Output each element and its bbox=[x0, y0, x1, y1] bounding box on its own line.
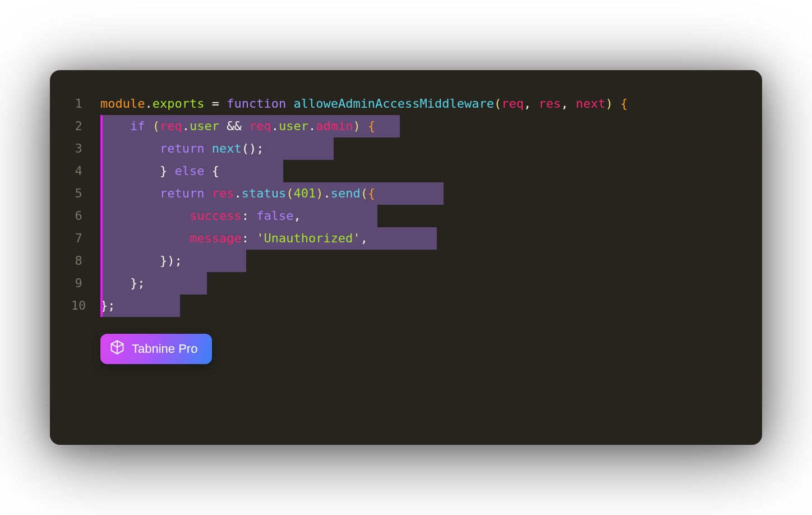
line-number: 4 bbox=[67, 160, 90, 182]
badge-label: Tabnine Pro bbox=[132, 342, 197, 356]
code-line: module.exports = function alloweAdminAcc… bbox=[100, 93, 740, 115]
code-line: return next(); bbox=[100, 137, 740, 160]
line-number: 9 bbox=[67, 272, 90, 295]
tabnine-logo-icon bbox=[109, 339, 125, 358]
code-line: success: false, bbox=[100, 205, 740, 227]
line-number: 7 bbox=[67, 227, 90, 250]
code-line: return res.status(401).send({ bbox=[100, 182, 740, 205]
line-number: 5 bbox=[67, 182, 90, 205]
line-number: 10 bbox=[67, 295, 90, 317]
code-editor: 1 2 3 4 5 6 7 8 9 10 module.exports = fu… bbox=[50, 70, 762, 445]
code-line: } else { bbox=[100, 160, 740, 182]
code-line: if (req.user && req.user.admin) { bbox=[100, 115, 740, 137]
line-number: 1 bbox=[67, 93, 90, 115]
code-content[interactable]: module.exports = function alloweAdminAcc… bbox=[100, 93, 740, 317]
line-number: 3 bbox=[67, 137, 90, 160]
line-number: 2 bbox=[67, 115, 90, 137]
code-line: }; bbox=[100, 295, 740, 317]
code-line: }); bbox=[100, 250, 740, 272]
code-line: message: 'Unauthorized', bbox=[100, 227, 740, 250]
code-line: }; bbox=[100, 272, 740, 295]
line-number: 8 bbox=[67, 250, 90, 272]
suggestion-indicator-bar bbox=[100, 115, 103, 317]
line-number: 6 bbox=[67, 205, 90, 227]
tabnine-pro-badge[interactable]: Tabnine Pro bbox=[100, 334, 212, 364]
line-number-gutter: 1 2 3 4 5 6 7 8 9 10 bbox=[67, 93, 100, 317]
